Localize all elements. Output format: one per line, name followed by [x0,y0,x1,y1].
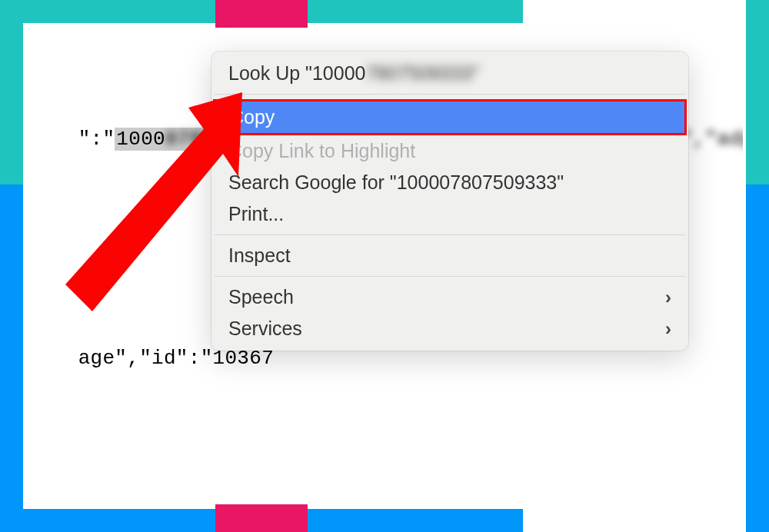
menu-label: Services [228,318,302,340]
border-segment [0,0,23,185]
menu-divider [215,276,685,277]
border-segment [0,509,215,532]
menu-label: Copy Link to Highlight [228,140,415,162]
border-segment [746,0,769,185]
menu-item-copy[interactable]: Copy [213,99,687,135]
menu-divider [215,94,685,95]
chevron-right-icon: › [665,287,671,308]
menu-label: Speech [228,286,294,308]
menu-item-speech[interactable]: Speech › [211,281,688,313]
menu-label: Search Google for "100007807509333" [228,171,564,194]
menu-item-inspect[interactable]: Inspect [211,240,688,271]
border-segment [215,0,308,28]
menu-label: Look Up "100007807509333" [228,62,479,85]
menu-item-print[interactable]: Print... [211,198,688,230]
chevron-right-icon: › [665,318,671,340]
context-menu: Look Up "100007807509333" Copy Copy Link… [211,52,688,351]
menu-label: Print... [228,203,284,225]
border-segment [215,504,308,532]
menu-item-lookup[interactable]: Look Up "100007807509333" [211,58,688,89]
border-segment [0,185,23,532]
menu-item-services[interactable]: Services › [211,313,688,344]
border-segment [308,509,523,532]
menu-divider [215,234,685,235]
code-text: ":" [78,128,115,151]
border-segment [746,185,769,532]
menu-item-search[interactable]: Search Google for "100007807509333" [211,167,688,198]
border-segment [308,0,523,23]
border-segment [0,0,215,23]
menu-label: Copy [230,106,275,128]
menu-label: Inspect [228,244,291,267]
menu-item-copy-link: Copy Link to Highlight [211,135,688,167]
